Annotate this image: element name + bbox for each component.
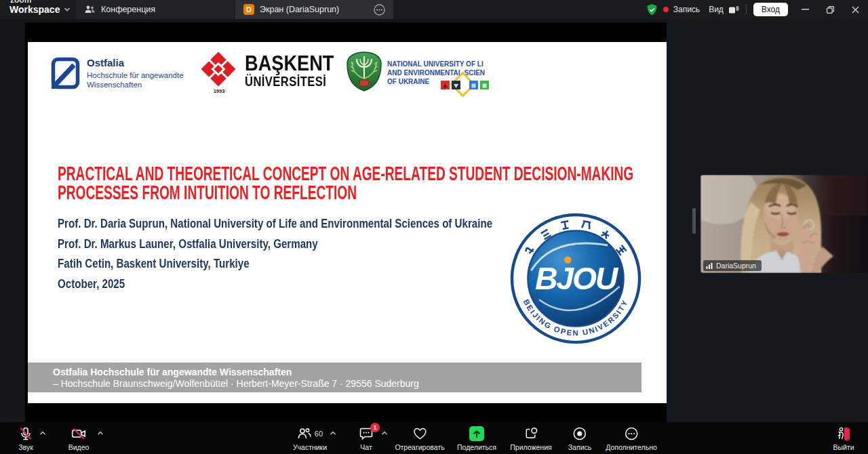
author-line: Fatih Cetin, Baskent University, Turkiye [58,254,492,274]
restore-button[interactable] [818,0,843,19]
audio-button[interactable]: Звук [18,426,33,451]
minimize-button[interactable] [793,0,818,19]
more-icon [624,426,639,441]
record-icon [572,426,587,441]
nules-emblem [345,51,383,92]
nules-mini-icon-blue [469,81,478,89]
recording-indicator-dot [663,7,669,12]
chat-options-chevron[interactable] [381,431,388,436]
nules-mini-icon-dark [452,81,460,89]
tab-screen-label: Экран (DariaSuprun) [260,5,339,14]
divider [746,5,747,14]
leave-button[interactable]: Выйти [833,426,854,451]
share-screen-icon [469,426,484,441]
apps-button[interactable]: Приложения [510,426,551,451]
view-label[interactable]: Вид [709,5,724,14]
participants-options-chevron[interactable] [330,431,336,436]
nules-mini-icon-green [480,81,489,89]
tab-options-icon[interactable] [374,4,385,16]
security-shield-icon[interactable] [646,3,658,16]
chevron-down-icon[interactable] [64,7,71,12]
slide-title: PRACTICAL AND THEORETICAL CONCEPT ON AGE… [58,165,633,202]
ostfalia-logo [51,57,80,89]
svg-text:BJOU: BJOU [535,261,619,296]
screen-share-avatar: D [243,4,254,15]
view-layout-icon[interactable] [728,5,739,14]
presentation-slide: Ostfalia Hochschule für angewandte Wisse… [28,42,667,403]
slide-authors: Prof. Dr. Daria Suprun, National Univers… [58,214,492,294]
more-button[interactable]: Дополнительно [606,426,657,451]
participant-video [701,175,868,273]
tab-conference-label: Конференция [101,5,155,14]
react-button[interactable]: Отреагировать [395,426,444,451]
apps-icon [524,426,538,441]
video-button[interactable]: Видео [68,426,90,451]
participants-count: 60 [315,430,323,438]
participant-video-tile[interactable]: DariaSuprun [701,175,868,273]
slide-footer-bar: Ostfalia Hochschule für angewandte Wisse… [28,363,642,392]
leave-icon [835,426,852,441]
participant-name-tag: DariaSuprun [703,260,762,271]
nules-mini-icon-red [441,81,450,89]
participants-icon [297,426,312,441]
audio-options-chevron[interactable] [39,431,46,436]
camera-muted-icon [71,426,87,441]
close-button[interactable] [843,0,868,19]
chat-badge: 1 [370,423,380,432]
record-button[interactable]: Запись [568,426,591,451]
participants-button[interactable]: 60 Участники [293,426,327,451]
tab-conference[interactable]: Конференция [76,0,235,19]
video-options-chevron[interactable] [97,431,104,436]
baskent-logo [201,51,236,87]
author-line: October, 2025 [58,274,492,295]
author-line: Prof. Dr. Markus Launer, Ostfalia Univer… [58,234,492,255]
signin-button[interactable]: Вход [753,3,788,16]
recording-label: Запись [673,5,700,14]
meeting-toolbar: Звук Видео 60 Участники [0,422,868,454]
chat-button[interactable]: 1 Чат [359,426,374,451]
microphone-muted-icon [18,426,33,441]
baskent-text: BAŞKENT ÜNİVERSİTESİ [245,52,334,89]
panel-scrollbar[interactable] [692,208,696,234]
baskent-year: 1993 [202,88,236,94]
audio-level-icon [706,262,713,269]
tab-screen-share[interactable]: D Экран (DariaSuprun) [235,0,393,19]
share-button[interactable]: Поделиться [457,426,496,451]
people-icon [84,5,96,14]
ostfalia-text: Ostfalia Hochschule für angewandte Wisse… [87,58,184,90]
author-line: Prof. Dr. Daria Suprun, National Univers… [58,214,492,234]
bjou-logo: BJOU BEIJING OPEN UNIVERSITY [509,212,642,345]
heart-icon [412,426,427,441]
zoom-titlebar: zoom Workspace Конференция D Экран (Dari… [0,0,868,19]
